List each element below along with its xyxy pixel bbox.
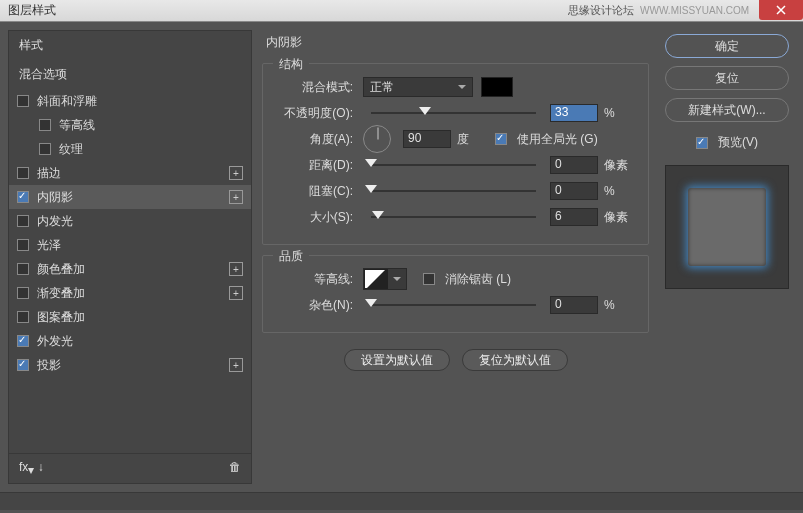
fx-menu[interactable]: fx▾ ↓ bbox=[19, 460, 44, 477]
antialias-label: 消除锯齿 (L) bbox=[445, 271, 511, 288]
style-label: 等高线 bbox=[59, 117, 95, 134]
title-bar: 图层样式 思缘设计论坛 WWW.MISSYUAN.COM bbox=[0, 0, 803, 22]
style-checkbox[interactable] bbox=[17, 191, 29, 203]
size-unit: 像素 bbox=[604, 209, 636, 226]
noise-input[interactable]: 0 bbox=[550, 296, 598, 314]
style-checkbox[interactable] bbox=[39, 143, 51, 155]
quality-legend: 品质 bbox=[273, 248, 309, 265]
style-checkbox[interactable] bbox=[17, 95, 29, 107]
style-item-0[interactable]: 斜面和浮雕 bbox=[9, 89, 251, 113]
choke-unit: % bbox=[604, 184, 636, 198]
style-label: 图案叠加 bbox=[37, 309, 85, 326]
add-effect-icon[interactable]: + bbox=[229, 166, 243, 180]
add-effect-icon[interactable]: + bbox=[229, 358, 243, 372]
style-item-3[interactable]: 描边+ bbox=[9, 161, 251, 185]
style-item-2[interactable]: 纹理 bbox=[9, 137, 251, 161]
new-style-button[interactable]: 新建样式(W)... bbox=[665, 98, 789, 122]
cancel-button[interactable]: 复位 bbox=[665, 66, 789, 90]
close-icon bbox=[776, 5, 786, 15]
preview-label: 预览(V) bbox=[718, 134, 758, 151]
blend-mode-label: 混合模式: bbox=[275, 79, 353, 96]
size-label: 大小(S): bbox=[275, 209, 353, 226]
noise-label: 杂色(N): bbox=[275, 297, 353, 314]
structure-legend: 结构 bbox=[273, 56, 309, 73]
distance-input[interactable]: 0 bbox=[550, 156, 598, 174]
noise-slider[interactable] bbox=[371, 297, 536, 313]
style-label: 内阴影 bbox=[37, 189, 73, 206]
choke-input[interactable]: 0 bbox=[550, 182, 598, 200]
opacity-slider[interactable] bbox=[371, 105, 536, 121]
panel-title: 内阴影 bbox=[262, 30, 649, 53]
style-item-4[interactable]: 内阴影+ bbox=[9, 185, 251, 209]
style-checkbox[interactable] bbox=[17, 311, 29, 323]
angle-unit: 度 bbox=[457, 131, 489, 148]
style-item-6[interactable]: 光泽 bbox=[9, 233, 251, 257]
style-label: 渐变叠加 bbox=[37, 285, 85, 302]
style-label: 外发光 bbox=[37, 333, 73, 350]
style-item-9[interactable]: 图案叠加 bbox=[9, 305, 251, 329]
style-label: 描边 bbox=[37, 165, 61, 182]
style-item-8[interactable]: 渐变叠加+ bbox=[9, 281, 251, 305]
style-label: 光泽 bbox=[37, 237, 61, 254]
set-default-button[interactable]: 设置为默认值 bbox=[344, 349, 450, 371]
opacity-input[interactable]: 33 bbox=[550, 104, 598, 122]
contour-thumb bbox=[364, 269, 388, 289]
blending-options[interactable]: 混合选项 bbox=[9, 60, 251, 89]
bottom-bar bbox=[0, 492, 803, 510]
blend-mode-select[interactable]: 正常 bbox=[363, 77, 473, 97]
style-checkbox[interactable] bbox=[17, 215, 29, 227]
size-slider[interactable] bbox=[371, 209, 536, 225]
styles-header[interactable]: 样式 bbox=[9, 31, 251, 60]
style-checkbox[interactable] bbox=[17, 167, 29, 179]
style-checkbox[interactable] bbox=[17, 359, 29, 371]
add-effect-icon[interactable]: + bbox=[229, 286, 243, 300]
style-checkbox[interactable] bbox=[17, 335, 29, 347]
opacity-unit: % bbox=[604, 106, 636, 120]
distance-label: 距离(D): bbox=[275, 157, 353, 174]
angle-wheel[interactable] bbox=[363, 125, 391, 153]
url-text: WWW.MISSYUAN.COM bbox=[640, 5, 749, 16]
antialias-checkbox[interactable] bbox=[423, 273, 435, 285]
style-label: 投影 bbox=[37, 357, 61, 374]
quality-group: 品质 等高线: 消除锯齿 (L) 杂色(N): 0 % bbox=[262, 255, 649, 333]
style-item-11[interactable]: 投影+ bbox=[9, 353, 251, 377]
choke-slider[interactable] bbox=[371, 183, 536, 199]
settings-panel: 内阴影 结构 混合模式: 正常 不透明度(O): 33 % 角度(A): 90 … bbox=[262, 30, 649, 484]
add-effect-icon[interactable]: + bbox=[229, 190, 243, 204]
preview-checkbox[interactable] bbox=[696, 137, 708, 149]
style-item-1[interactable]: 等高线 bbox=[9, 113, 251, 137]
opacity-label: 不透明度(O): bbox=[275, 105, 353, 122]
style-checkbox[interactable] bbox=[17, 287, 29, 299]
style-label: 颜色叠加 bbox=[37, 261, 85, 278]
style-checkbox[interactable] bbox=[17, 263, 29, 275]
distance-unit: 像素 bbox=[604, 157, 636, 174]
contour-select[interactable] bbox=[363, 268, 407, 290]
distance-slider[interactable] bbox=[371, 157, 536, 173]
style-label: 纹理 bbox=[59, 141, 83, 158]
ok-button[interactable]: 确定 bbox=[665, 34, 789, 58]
angle-input[interactable]: 90 bbox=[403, 130, 451, 148]
trash-icon[interactable]: 🗑 bbox=[229, 460, 241, 477]
size-input[interactable]: 6 bbox=[550, 208, 598, 226]
angle-label: 角度(A): bbox=[275, 131, 353, 148]
sidebar-footer: fx▾ ↓ 🗑 bbox=[9, 453, 251, 483]
style-checkbox[interactable] bbox=[17, 239, 29, 251]
style-item-10[interactable]: 外发光 bbox=[9, 329, 251, 353]
close-button[interactable] bbox=[759, 0, 803, 20]
right-column: 确定 复位 新建样式(W)... 预览(V) bbox=[659, 30, 795, 484]
global-light-checkbox[interactable] bbox=[495, 133, 507, 145]
style-label: 内发光 bbox=[37, 213, 73, 230]
noise-unit: % bbox=[604, 298, 636, 312]
choke-label: 阻塞(C): bbox=[275, 183, 353, 200]
add-effect-icon[interactable]: + bbox=[229, 262, 243, 276]
style-item-5[interactable]: 内发光 bbox=[9, 209, 251, 233]
global-light-label: 使用全局光 (G) bbox=[517, 131, 598, 148]
style-checkbox[interactable] bbox=[39, 119, 51, 131]
preview-box bbox=[665, 165, 789, 289]
styles-sidebar: 样式 混合选项 斜面和浮雕等高线纹理描边+内阴影+内发光光泽颜色叠加+渐变叠加+… bbox=[8, 30, 252, 484]
preview-swatch bbox=[688, 188, 766, 266]
shadow-color-swatch[interactable] bbox=[481, 77, 513, 97]
style-item-7[interactable]: 颜色叠加+ bbox=[9, 257, 251, 281]
structure-group: 结构 混合模式: 正常 不透明度(O): 33 % 角度(A): 90 度 使用… bbox=[262, 63, 649, 245]
reset-default-button[interactable]: 复位为默认值 bbox=[462, 349, 568, 371]
